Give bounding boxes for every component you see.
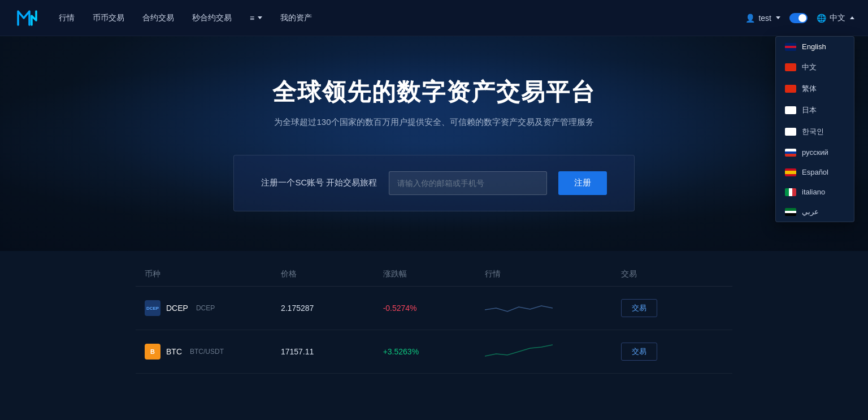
logo[interactable] (14, 5, 41, 32)
hero-subtitle: 为全球超过130个国家的数百万用户提供安全、可信赖的数字资产交易及资产管理服务 (274, 117, 593, 128)
lang-option-zh[interactable]: 中文 (776, 57, 854, 78)
navbar: 行情 币币交易 合约交易 秒合约交易 ≡ 我的资产 👤 test 🌐 中文 En… (0, 0, 868, 36)
chart-dcep (485, 296, 621, 321)
lang-tw-label: 繁体 (802, 84, 817, 94)
lang-option-es[interactable]: Español (776, 162, 854, 182)
col-trade: 交易 (621, 269, 723, 279)
coin-cell-dcep: DCEP DCEP DCEP (145, 300, 281, 316)
lang-option-ru[interactable]: русский (776, 142, 854, 162)
lang-option-ja[interactable]: 日本 (776, 99, 854, 121)
coin-name-btc: BTC (166, 347, 182, 356)
change-btc: +3.5263% (383, 347, 485, 356)
table-row: B BTC BTC/USDT 17157.11 +3.5263% 交易 (136, 330, 732, 374)
coin-icon-btc: B (145, 344, 160, 360)
nav-my-assets[interactable]: 我的资产 (280, 13, 312, 23)
lang-zh-label: 中文 (802, 62, 817, 72)
nav-market[interactable]: 行情 (59, 13, 75, 23)
coin-icon-dcep: DCEP (145, 300, 160, 316)
lang-ar-label: عربي (802, 207, 819, 216)
logo-icon (14, 5, 41, 32)
coin-cell-btc: B BTC BTC/USDT (145, 344, 281, 360)
nav-coin-trade[interactable]: 币币交易 (93, 13, 124, 23)
col-price: 价格 (281, 269, 383, 279)
table-header: 币种 价格 涨跌幅 行情 交易 (136, 262, 732, 287)
table-row: DCEP DCEP DCEP 2.175287 -0.5274% 交易 (136, 287, 732, 330)
globe-icon: 🌐 (817, 14, 826, 23)
market-table-section: 币种 价格 涨跌幅 行情 交易 DCEP DCEP DCEP 2.175287 … (0, 251, 868, 385)
price-dcep: 2.175287 (281, 304, 383, 313)
lang-option-tw[interactable]: 繁体 (776, 78, 854, 99)
lang-label: 中文 (830, 13, 845, 23)
lang-en-label: English (802, 42, 826, 51)
lang-es-label: Español (802, 168, 828, 176)
nav-links: 行情 币币交易 合约交易 秒合约交易 ≡ 我的资产 (59, 13, 745, 23)
flag-uk-icon (785, 43, 796, 51)
more-chevron-icon (258, 16, 262, 19)
flag-it-icon (785, 188, 796, 196)
user-area[interactable]: 👤 test (745, 14, 780, 23)
trade-button-btc[interactable]: 交易 (621, 343, 657, 361)
col-chart: 行情 (485, 269, 621, 279)
flag-es-icon (785, 168, 796, 176)
language-selector[interactable]: 🌐 中文 (817, 13, 854, 23)
lang-it-label: italiano (802, 188, 825, 196)
flag-kr-icon (785, 128, 796, 136)
lang-chevron-icon (850, 16, 854, 19)
trade-cell-btc: 交易 (621, 343, 723, 361)
nav-more[interactable]: ≡ (250, 14, 262, 23)
trade-cell-dcep: 交易 (621, 299, 723, 317)
lang-ko-label: 한국인 (802, 127, 824, 137)
flag-jp-icon (785, 106, 796, 114)
nav-right: 👤 test 🌐 中文 (745, 13, 854, 23)
chart-btc (485, 339, 621, 364)
nav-contract-trade[interactable]: 合约交易 (142, 13, 174, 23)
col-coin: 币种 (145, 269, 281, 279)
register-section: 注册一个SC账号 开始交易旅程 注册 (233, 155, 634, 211)
market-table: 币种 价格 涨跌幅 行情 交易 DCEP DCEP DCEP 2.175287 … (136, 262, 732, 374)
trade-button-dcep[interactable]: 交易 (621, 299, 657, 317)
register-input[interactable] (389, 171, 547, 195)
lang-option-en[interactable]: English (776, 37, 854, 57)
flag-hk-icon (785, 85, 796, 93)
username: test (758, 14, 771, 23)
flag-ru-icon (785, 149, 796, 157)
hero-title: 全球领先的数字资产交易平台 (272, 76, 596, 108)
lang-option-it[interactable]: italiano (776, 182, 854, 202)
lang-ja-label: 日本 (802, 105, 817, 115)
user-chevron-icon (776, 16, 780, 19)
coin-pair-dcep: DCEP (196, 304, 215, 312)
flag-ae-icon (785, 208, 796, 216)
lang-ru-label: русский (802, 148, 828, 157)
price-btc: 17157.11 (281, 347, 383, 356)
nav-second-contract[interactable]: 秒合约交易 (192, 13, 232, 23)
col-change: 涨跌幅 (383, 269, 485, 279)
language-dropdown: English 中文 繁体 日本 한국인 русский Español it (775, 36, 854, 222)
change-dcep: -0.5274% (383, 304, 485, 313)
user-icon: 👤 (745, 14, 755, 23)
register-button[interactable]: 注册 (558, 171, 607, 195)
lang-option-ko[interactable]: 한국인 (776, 121, 854, 142)
hero-section: 全球领先的数字资产交易平台 为全球超过130个国家的数百万用户提供安全、可信赖的… (0, 36, 868, 251)
theme-toggle[interactable] (789, 13, 808, 23)
coin-name-dcep: DCEP (166, 304, 188, 313)
register-label: 注册一个SC账号 开始交易旅程 (261, 177, 377, 188)
coin-pair-btc: BTC/USDT (190, 348, 224, 356)
lang-option-ar[interactable]: عربي (776, 202, 854, 222)
flag-cn-icon (785, 63, 796, 71)
